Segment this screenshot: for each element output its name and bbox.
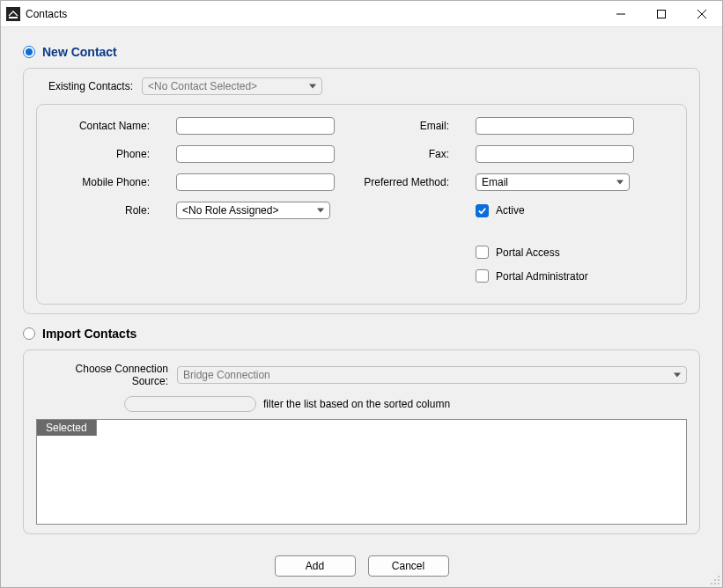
mobile-phone-label: Mobile Phone: — [53, 176, 159, 188]
svg-point-7 — [714, 579, 716, 581]
new-contact-label: New Contact — [42, 45, 117, 59]
preferred-method-select[interactable]: Email — [476, 173, 630, 191]
grid-header-selected[interactable]: Selected — [37, 420, 97, 436]
preferred-method-label: Preferred Method: — [352, 176, 458, 188]
email-input[interactable] — [476, 117, 634, 135]
svg-rect-2 — [658, 10, 666, 18]
new-contact-radio[interactable] — [23, 46, 35, 58]
existing-contacts-select[interactable]: <No Contact Selected> — [142, 77, 322, 95]
titlebar: Contacts — [1, 1, 722, 27]
resize-grip-icon[interactable] — [710, 575, 720, 585]
new-contact-panel: Existing Contacts: <No Contact Selected>… — [23, 68, 700, 314]
minimize-button[interactable] — [601, 1, 641, 27]
window-title: Contacts — [26, 8, 67, 20]
import-contacts-label: Import Contacts — [42, 327, 136, 341]
svg-point-8 — [718, 583, 719, 584]
active-checkbox[interactable] — [476, 204, 489, 217]
contacts-window: Contacts New Contact Existing Contacts: — [0, 0, 723, 588]
close-button[interactable] — [682, 1, 722, 27]
fax-label: Fax: — [352, 148, 458, 160]
contact-name-label: Contact Name: — [53, 120, 159, 132]
portal-admin-label: Portal Administrator — [496, 270, 588, 283]
email-label: Email: — [352, 120, 458, 132]
cancel-button[interactable]: Cancel — [368, 555, 449, 577]
app-icon — [6, 7, 20, 21]
mobile-phone-input[interactable] — [176, 173, 335, 191]
import-contacts-panel: Choose Connection Source: Bridge Connect… — [23, 349, 700, 534]
svg-point-6 — [718, 579, 719, 581]
filter-hint: filter the list based on the sorted colu… — [263, 398, 450, 410]
connection-source-label: Choose Connection Source: — [36, 363, 177, 387]
role-label: Role: — [53, 204, 159, 217]
svg-point-5 — [718, 576, 719, 577]
maximize-button[interactable] — [641, 1, 682, 27]
portal-access-checkbox[interactable] — [476, 246, 489, 259]
role-select[interactable]: <No Role Assigned> — [176, 202, 330, 219]
portal-access-label: Portal Access — [496, 246, 560, 259]
add-button[interactable]: Add — [275, 555, 356, 577]
import-contacts-radio[interactable] — [23, 327, 35, 340]
fax-input[interactable] — [476, 145, 634, 163]
svg-rect-0 — [9, 17, 18, 18]
contact-name-input[interactable] — [176, 117, 335, 135]
svg-point-10 — [711, 583, 712, 584]
contact-form-panel: Contact Name: Email: Phone: Fax: Mobile … — [36, 104, 687, 305]
phone-label: Phone: — [53, 148, 159, 160]
phone-input[interactable] — [176, 145, 335, 163]
svg-point-9 — [714, 583, 716, 584]
connection-source-select[interactable]: Bridge Connection — [177, 366, 687, 384]
filter-input[interactable] — [124, 396, 256, 412]
portal-admin-checkbox[interactable] — [476, 269, 489, 283]
active-label: Active — [496, 204, 525, 217]
existing-contacts-label: Existing Contacts: — [36, 80, 142, 92]
contacts-grid[interactable]: Selected — [36, 419, 687, 525]
